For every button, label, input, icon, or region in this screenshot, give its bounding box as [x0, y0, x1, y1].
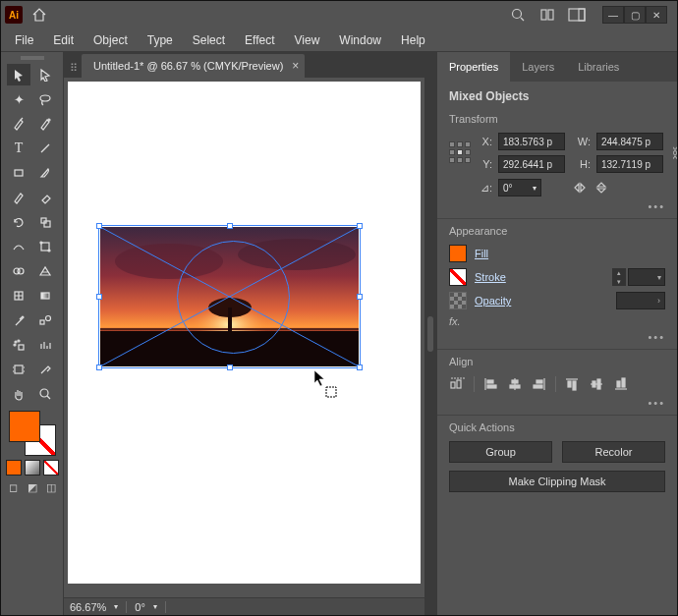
- opacity-link[interactable]: Opacity: [475, 295, 511, 307]
- workspace-icon[interactable]: [567, 5, 587, 25]
- document-tab[interactable]: Untitled-1* @ 66.67 % (CMYK/Preview) ×: [82, 54, 305, 78]
- recolor-button[interactable]: Recolor: [562, 441, 665, 463]
- menu-type[interactable]: Type: [138, 29, 183, 51]
- fill-link[interactable]: Fill: [475, 248, 488, 259]
- stroke-link[interactable]: Stroke: [475, 271, 506, 283]
- tab-drag-handle[interactable]: ⠿: [70, 58, 78, 78]
- y-input[interactable]: [498, 155, 565, 173]
- clipping-mask-button[interactable]: Make Clipping Mask: [449, 471, 665, 492]
- opacity-swatch-icon[interactable]: [449, 292, 467, 309]
- fill-stroke-swatch[interactable]: [7, 411, 58, 456]
- magic-wand-tool[interactable]: ✦: [7, 88, 30, 110]
- zoom-dropdown-icon[interactable]: ▾: [114, 602, 118, 611]
- home-icon[interactable]: [28, 4, 50, 26]
- mesh-tool[interactable]: [7, 285, 30, 307]
- w-input[interactable]: [596, 133, 663, 150]
- symbol-sprayer-tool[interactable]: [7, 334, 30, 356]
- draw-normal-icon[interactable]: ◻: [6, 479, 22, 495]
- flip-horizontal-icon[interactable]: [571, 179, 589, 196]
- gradient-tool[interactable]: [33, 285, 57, 307]
- width-tool[interactable]: [7, 236, 30, 257]
- minimize-button[interactable]: —: [602, 6, 624, 24]
- menu-edit[interactable]: Edit: [43, 29, 84, 51]
- direct-selection-tool[interactable]: [33, 64, 57, 85]
- stroke-weight-stepper[interactable]: ▴▾: [612, 268, 626, 286]
- h-input[interactable]: [596, 155, 663, 173]
- menu-view[interactable]: View: [285, 29, 330, 51]
- artboard[interactable]: [68, 82, 421, 584]
- free-transform-tool[interactable]: [33, 236, 57, 257]
- eyedropper-tool[interactable]: [7, 309, 30, 331]
- align-bottom-icon[interactable]: [612, 375, 630, 393]
- fill-swatch-icon[interactable]: [449, 245, 467, 262]
- zoom-level[interactable]: 66.67%: [70, 601, 106, 613]
- angle-select[interactable]: 0°▾: [498, 179, 541, 196]
- menu-effect[interactable]: Effect: [235, 29, 284, 51]
- align-left-icon[interactable]: [481, 375, 499, 393]
- menu-help[interactable]: Help: [391, 29, 435, 51]
- graph-tool[interactable]: [33, 334, 57, 356]
- align-vcenter-icon[interactable]: [588, 375, 605, 393]
- color-mode-button[interactable]: [6, 460, 22, 476]
- arrange-icon[interactable]: [537, 5, 557, 25]
- rotate-tool[interactable]: [7, 211, 30, 233]
- rectangle-tool[interactable]: [7, 162, 30, 184]
- menu-file[interactable]: File: [5, 29, 43, 51]
- zoom-tool[interactable]: [33, 383, 57, 405]
- align-top-icon[interactable]: [563, 375, 581, 393]
- lasso-tool[interactable]: [33, 88, 57, 110]
- collapsed-panel-rail[interactable]: [424, 52, 436, 615]
- perspective-tool[interactable]: [33, 260, 57, 282]
- shape-builder-tool[interactable]: [7, 260, 30, 282]
- artboard-tool[interactable]: [7, 359, 30, 380]
- close-button[interactable]: ✕: [646, 6, 667, 24]
- maximize-button[interactable]: ▢: [624, 6, 646, 24]
- tab-libraries[interactable]: Libraries: [566, 52, 631, 82]
- group-button[interactable]: Group: [449, 441, 552, 463]
- selection-tool[interactable]: [7, 64, 30, 85]
- reference-point-selector[interactable]: [449, 141, 473, 165]
- paintbrush-tool[interactable]: [33, 162, 57, 184]
- line-tool[interactable]: [33, 138, 57, 159]
- panel-drag-handle[interactable]: [21, 56, 44, 60]
- rotation-value[interactable]: 0°: [135, 601, 145, 613]
- curvature-tool[interactable]: [33, 113, 57, 135]
- marquee-cursor-icon: [325, 386, 337, 398]
- hand-tool[interactable]: [7, 383, 30, 405]
- link-wh-icon[interactable]: ⛓: [671, 145, 677, 161]
- eraser-tool[interactable]: [33, 187, 57, 208]
- menu-window[interactable]: Window: [329, 29, 391, 51]
- none-mode-button[interactable]: [43, 460, 59, 476]
- close-tab-icon[interactable]: ×: [292, 59, 299, 73]
- rotation-dropdown-icon[interactable]: ▾: [153, 602, 157, 611]
- type-tool[interactable]: T: [7, 138, 30, 159]
- search-icon[interactable]: [508, 5, 528, 25]
- align-hcenter-icon[interactable]: [506, 375, 524, 393]
- shaper-tool[interactable]: [7, 187, 30, 208]
- gradient-mode-button[interactable]: [25, 460, 40, 476]
- blend-tool[interactable]: [33, 309, 57, 331]
- more-options-icon[interactable]: •••: [449, 200, 665, 212]
- align-right-icon[interactable]: [531, 375, 548, 393]
- more-options-icon[interactable]: •••: [449, 331, 665, 343]
- selected-objects[interactable]: [100, 227, 359, 366]
- tab-layers[interactable]: Layers: [510, 52, 566, 82]
- more-options-icon[interactable]: •••: [449, 397, 665, 409]
- fx-label[interactable]: fx.: [449, 315, 665, 327]
- x-input[interactable]: [498, 133, 565, 150]
- menu-select[interactable]: Select: [183, 29, 235, 51]
- menu-object[interactable]: Object: [84, 29, 138, 51]
- slice-tool[interactable]: [33, 359, 57, 380]
- opacity-popup[interactable]: ›: [616, 292, 665, 309]
- draw-inside-icon[interactable]: ◫: [43, 479, 59, 495]
- pen-tool[interactable]: [7, 113, 30, 135]
- stroke-swatch-icon[interactable]: [449, 268, 467, 286]
- draw-behind-icon[interactable]: ◩: [25, 479, 40, 495]
- fill-swatch[interactable]: [9, 411, 40, 442]
- tab-properties[interactable]: Properties: [437, 52, 510, 82]
- scale-tool[interactable]: [33, 211, 57, 233]
- canvas-viewport[interactable]: [64, 78, 424, 597]
- align-to-icon[interactable]: [449, 375, 467, 393]
- flip-vertical-icon[interactable]: [593, 179, 610, 196]
- stroke-weight-select[interactable]: ▾: [628, 268, 665, 286]
